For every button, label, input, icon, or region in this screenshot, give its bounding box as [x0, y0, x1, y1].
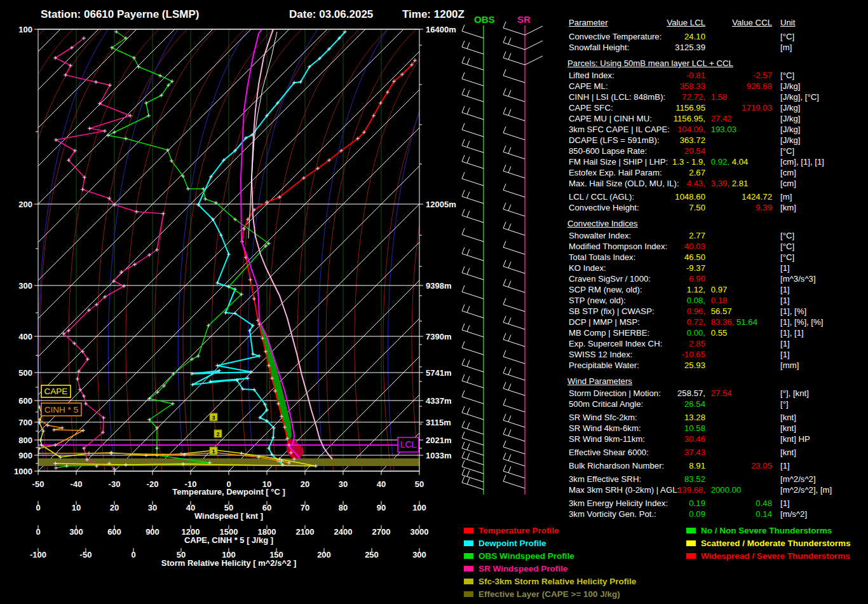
parameter-value: 0.72,: [687, 317, 705, 327]
km-marker-box: 1: [210, 447, 217, 455]
parameter-row: Exp. Supercell Index CH:2.85[1]: [567, 338, 867, 349]
obs-barb-column-header: OBS: [474, 14, 495, 25]
parameter-value: 1424.72: [742, 192, 772, 202]
parameter-value: 363.72: [680, 135, 705, 145]
legend-swatch: [464, 553, 473, 559]
legend-item: Temperature Profile: [464, 524, 636, 537]
profile-legend: Temperature ProfileDewpoint ProfileOBS W…: [464, 524, 636, 600]
svg-text:3: 3: [212, 415, 215, 421]
parameter-unit: [°C]: [780, 31, 794, 42]
svg-text:-40: -40: [71, 479, 83, 489]
parameter-value: 25.93: [684, 360, 705, 370]
parameter-row: LCL / CCL (AGL):1048.601424.72[m]: [567, 191, 867, 202]
parameter-unit: [J/kg], [°C]: [780, 92, 819, 102]
parameter-unit: [m/s^2]: [780, 509, 807, 519]
parameter-unit: [cm]: [780, 178, 796, 189]
parameter-value: 0.14: [756, 509, 772, 519]
col-value-ccl: Value CCL: [732, 18, 772, 27]
parameter-value: -10.65: [682, 350, 705, 359]
parameter-unit: [cm]: [780, 167, 796, 178]
parameter-unit: [km]: [780, 202, 796, 213]
parameter-value: 1719.03: [742, 103, 772, 113]
parameter-unit: [knt] HP: [780, 434, 810, 444]
parameter-row: CAPE ML:358.33926.68[J/kg]: [567, 81, 867, 92]
svg-text:-30: -30: [109, 479, 121, 489]
km-marker-box: 2: [214, 430, 222, 437]
parameter-value: 9.39: [756, 203, 772, 212]
legend-item: Sfc-3km Storm Relative Helicity Profile: [464, 575, 636, 587]
col-unit: Unit: [780, 17, 795, 28]
svg-text:40: 40: [377, 479, 386, 489]
svg-text:0: 0: [36, 503, 40, 512]
parameter-value: 24.10: [684, 32, 705, 41]
svg-text:LCL: LCL: [400, 439, 417, 450]
svg-text:3115m: 3115m: [426, 418, 451, 427]
parameter-value: 3.39,: [709, 179, 729, 188]
svg-text:200: 200: [18, 200, 32, 209]
thunderstorm-legend: No / Non Severe ThunderstormsScattered /…: [686, 524, 851, 562]
parameter-value: 27.42: [709, 114, 732, 123]
svg-text:300: 300: [412, 550, 426, 559]
legend-swatch: [464, 566, 473, 572]
parameter-value: 1156.95,: [674, 114, 705, 123]
parameter-value: 10.58: [684, 423, 705, 433]
parameter-row: DCAPE (LFS = 591mB):363.72[J/kg]: [567, 135, 867, 146]
parameter-row: CAPE MU | CINH MU:1156.95, 27.42[J/kg]: [567, 113, 867, 124]
parameter-row: CINH | LSI (LCL: 848mB):72.72, 1.58[J/kg…: [567, 92, 867, 102]
svg-text:2100: 2100: [296, 527, 315, 537]
svg-text:200: 200: [317, 550, 331, 559]
parameter-row: Lifted Index:-0.81-2.57[°C]: [567, 70, 867, 81]
parameter-value: 4.43,: [687, 179, 705, 188]
svg-text:600: 600: [107, 527, 121, 537]
legend-item: Effective Layer (CAPE >= 100 J/kg): [464, 587, 636, 600]
date-label: Date: 03.06.2025: [289, 8, 373, 21]
parameter-value: 4.04: [729, 157, 748, 167]
svg-text:50: 50: [415, 479, 424, 489]
parameter-row: Max. Hail Size (OLD, MU, IL):4.43, 3.39,…: [567, 178, 867, 189]
legend-swatch: [686, 553, 696, 559]
parameter-row: SR Wind 9km-11km:30.46[knt] HP: [567, 434, 867, 444]
legend-swatch: [464, 591, 473, 597]
parameter-unit: [1], [1]: [780, 327, 804, 338]
parameter-unit: [1]: [780, 338, 790, 349]
parameter-value: 23.05: [751, 461, 772, 470]
svg-text:Storm Relative Helicity [ m^2: Storm Relative Helicity [ m^2/s^2 ]: [161, 558, 296, 568]
parameter-row: SR Wind Sfc-2km:13.28[knt]: [567, 412, 867, 423]
parameter-row: SWISS 12 Index:-10.65[1]: [567, 349, 867, 360]
section-header: Parcels: Using 50mB mean layer LCL + CCL: [567, 58, 867, 69]
parameter-row: Max 3km SRH (0-2km) | AGL:139.68, 2000.0…: [567, 484, 867, 495]
legend-label: Temperature Profile: [478, 526, 559, 535]
parameter-row: Effective Shear 6000:37.43[knt]: [567, 447, 867, 458]
svg-text:20: 20: [301, 479, 309, 489]
parameter-value: 258.57,: [677, 388, 705, 398]
svg-text:1033m: 1033m: [426, 451, 451, 460]
parameter-unit: [m]: [780, 42, 792, 53]
svg-text:30: 30: [339, 479, 348, 489]
parameter-row: 850-600 Lapse Rate:20.54[°C]: [567, 146, 867, 156]
parameter-unit: [°C]: [780, 230, 794, 241]
parameter-row: 3km Vorticity Gen. Pot.:0.090.14[m/s^2]: [567, 509, 867, 519]
parameter-value: 27.54: [709, 388, 732, 398]
parameter-value: 51.64: [734, 317, 757, 327]
legend-label: No / Non Severe Thunderstorms: [701, 526, 832, 535]
parameter-unit: [°C]: [780, 241, 794, 252]
svg-text:800: 800: [18, 436, 32, 445]
parameter-unit: [J/kg]: [780, 102, 801, 113]
svg-text:250: 250: [365, 550, 379, 559]
legend-label: Dewpoint Profile: [478, 539, 546, 548]
parameter-value: 104.09,: [677, 125, 705, 134]
legend-swatch: [686, 540, 696, 546]
svg-text:100: 100: [412, 503, 426, 512]
time-label: Time: 1200Z: [402, 8, 465, 21]
parameter-unit: [°C]: [780, 146, 794, 156]
svg-text:CINH * 5: CINH * 5: [44, 405, 78, 415]
legend-item: Dewpoint Profile: [464, 537, 636, 549]
parameter-row: Snowfall Height:3125.39[m]: [567, 42, 867, 53]
parameter-row: Showalter Index:2.77[°C]: [567, 230, 867, 241]
legend-swatch: [464, 579, 473, 584]
svg-text:2400: 2400: [334, 527, 353, 537]
parameter-row: 3km Energy Helicity Index:0.190.48[1]: [567, 498, 867, 509]
parameter-row: DCP | MMP | MSP:0.72, 83.36, 51.64[1], […: [567, 317, 867, 327]
parameter-row: Precipitable Water:25.93[mm]: [567, 360, 867, 371]
svg-text:2700: 2700: [372, 527, 391, 537]
